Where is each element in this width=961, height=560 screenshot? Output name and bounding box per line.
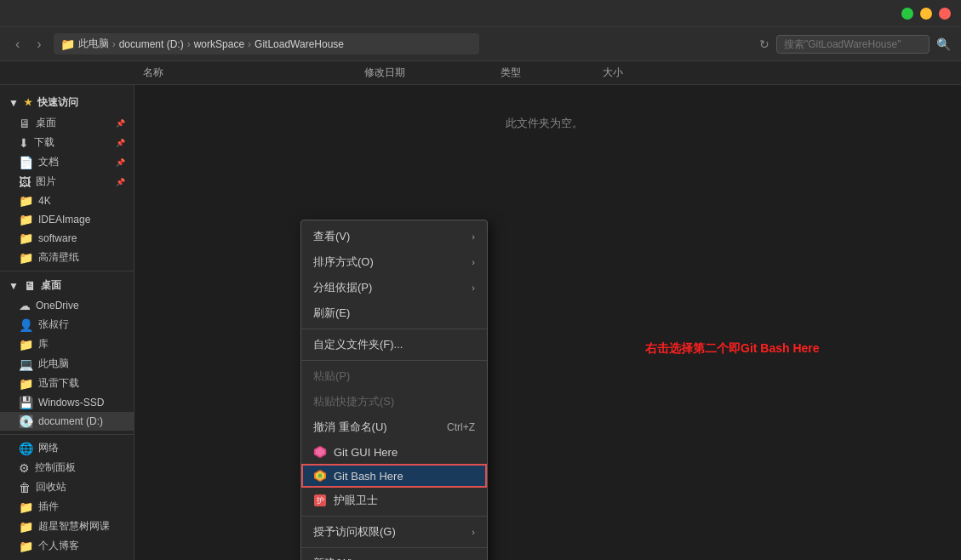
menu-divider-4 (301, 547, 487, 548)
menu-item-refresh[interactable]: 刷新(E) (301, 300, 487, 326)
sidebar-item-resume[interactable]: 📁 简历 (0, 556, 134, 560)
sidebar-item-wallpaper[interactable]: 📁 高清壁纸 (0, 248, 134, 267)
menu-item-view[interactable]: 查看(V) › (301, 224, 487, 249)
desktop-section-label: 桌面 (41, 278, 61, 293)
drive-icon: 💾 (19, 396, 33, 409)
user-icon: 👤 (19, 318, 33, 332)
menu-item-group[interactable]: 分组依据(P) › (301, 275, 487, 300)
svg-text:护: 护 (316, 496, 324, 505)
sidebar-item-software[interactable]: 📁 software (0, 229, 134, 248)
sidebar: ▼ ★ 快速访问 🖥 桌面 ⬇ 下载 📄 文档 🖼 图片 📁 4K 📁 IDEA… (0, 85, 134, 560)
close-button[interactable] (939, 8, 951, 20)
sidebar-item-label: 桌面 (36, 116, 56, 130)
minimize-button[interactable] (920, 8, 932, 20)
quick-access-header[interactable]: ▼ ★ 快速访问 (0, 92, 134, 113)
address-bar: ‹ › 📁 此电脑 › document (D:) › workSpace › … (0, 27, 961, 61)
menu-item-sort[interactable]: 排序方式(O) › (301, 249, 487, 275)
desktop-section-header[interactable]: ▼ 🖥 桌面 (0, 275, 134, 296)
menu-item-git-bash[interactable]: Git Bash Here (301, 464, 487, 488)
sidebar-item-label: Windows-SSD (38, 397, 104, 409)
breadcrumb[interactable]: 📁 此电脑 › document (D:) › workSpace › GitL… (54, 33, 479, 54)
sidebar-item-label: software (38, 232, 77, 244)
sidebar-item-label: 库 (38, 337, 49, 351)
sidebar-item-thunder[interactable]: 📁 迅雷下载 (0, 374, 134, 393)
menu-divider-1 (301, 329, 487, 329)
menu-item-undo[interactable]: 撤消 重命名(U) Ctrl+Z (301, 414, 487, 440)
sidebar-item-label: 4K (38, 195, 51, 207)
menu-item-git-gui[interactable]: Git GUI Here (301, 440, 487, 464)
sidebar-item-blog[interactable]: 📁 个人博客 (0, 536, 134, 556)
col-header-date[interactable]: 修改日期 (358, 61, 494, 84)
sidebar-item-4k[interactable]: 📁 4K (0, 191, 134, 210)
menu-item-grant-access[interactable]: 授予访问权限(G) › (301, 519, 487, 545)
sidebar-item-label: 文档 (38, 155, 59, 169)
sidebar-item-label: 网络 (38, 441, 59, 455)
folder-icon: 📁 (19, 251, 33, 265)
arrow-icon: › (472, 257, 475, 267)
sidebar-item-label: 回收站 (36, 480, 66, 494)
breadcrumb-item-4[interactable]: GitLoadWareHouse (255, 38, 344, 50)
breadcrumb-item-1[interactable]: 此电脑 (78, 37, 109, 51)
menu-item-new[interactable]: 新建(W) › (301, 551, 487, 560)
sidebar-item-windows-ssd[interactable]: 💾 Windows-SSD (0, 393, 134, 412)
sidebar-item-label: OneDrive (36, 300, 79, 311)
col-header-type[interactable]: 类型 (494, 61, 596, 84)
breadcrumb-item-3[interactable]: workSpace (194, 38, 244, 50)
sidebar-item-pictures[interactable]: 🖼 图片 (0, 172, 134, 191)
folder-icon: 📁 (19, 231, 33, 245)
sidebar-item-label: 高清壁纸 (38, 250, 79, 265)
content-area: 此文件夹为空。 查看(V) › 排序方式(O) › 分组依据(P) › 刷新(E… (134, 85, 961, 560)
sidebar-item-label: 张叔行 (38, 317, 69, 332)
sidebar-item-controlpanel[interactable]: ⚙ 控制面板 (0, 458, 134, 477)
folder-icon: 📁 (19, 500, 33, 514)
back-button[interactable]: ‹ (10, 35, 25, 54)
sidebar-item-library[interactable]: 📁 库 (0, 334, 134, 354)
sidebar-item-user[interactable]: 👤 张叔行 (0, 315, 134, 334)
star-icon: ★ (24, 97, 32, 108)
menu-divider-2 (301, 360, 487, 361)
desktop-section-icon: 🖥 (24, 279, 36, 293)
sidebar-item-label: 下载 (34, 135, 54, 150)
sidebar-item-onedrive[interactable]: ☁ OneDrive (0, 296, 134, 315)
breadcrumb-item-2[interactable]: document (D:) (119, 38, 184, 50)
menu-item-customize[interactable]: 自定义文件夹(F)... (301, 332, 487, 357)
search-input[interactable] (776, 35, 930, 54)
menu-item-label: 排序方式(O) (313, 254, 374, 270)
sidebar-item-ideaimage[interactable]: 📁 IDEAImage (0, 210, 134, 229)
sidebar-item-desktop[interactable]: 🖥 桌面 (0, 113, 134, 133)
forward-button[interactable]: › (31, 35, 46, 54)
menu-item-label: 授予访问权限(G) (313, 524, 396, 540)
annotation-text: 右击选择第二个即Git Bash Here (645, 341, 820, 357)
folder-icon: 📁 (19, 540, 33, 553)
desktop-icon: 🖥 (19, 117, 31, 130)
svg-point-4 (318, 474, 323, 478)
docs-icon: 📄 (19, 156, 33, 169)
search-icon[interactable]: 🔍 (936, 37, 951, 51)
sidebar-item-label: 迅雷下载 (38, 376, 79, 391)
git-gui-icon (313, 445, 327, 459)
sidebar-item-label: document (D:) (38, 415, 103, 427)
sidebar-item-network[interactable]: 🌐 网络 (0, 438, 134, 458)
sidebar-item-chaoxing[interactable]: 📁 超星智慧树网课 (0, 517, 134, 536)
quick-access-label: 快速访问 (37, 95, 78, 110)
menu-item-huyanjun[interactable]: 护 护眼卫士 (301, 488, 487, 513)
sidebar-item-recycle[interactable]: 🗑 回收站 (0, 477, 134, 497)
pictures-icon: 🖼 (19, 175, 31, 189)
col-header-name[interactable]: 名称 (136, 61, 358, 84)
shortcut-label: Ctrl+Z (447, 421, 475, 433)
sidebar-item-docs[interactable]: 📄 文档 (0, 152, 134, 172)
downloads-icon: ⬇ (19, 136, 29, 150)
drive-icon: 💽 (19, 414, 33, 428)
sidebar-item-downloads[interactable]: ⬇ 下载 (0, 133, 134, 152)
sidebar-item-mypc[interactable]: 💻 此电脑 (0, 354, 134, 374)
sidebar-item-document-d[interactable]: 💽 document (D:) (0, 412, 134, 431)
controlpanel-icon: ⚙ (19, 461, 30, 475)
menu-item-label: Git GUI Here (334, 446, 398, 459)
maximize-button[interactable] (901, 8, 913, 20)
main-layout: ▼ ★ 快速访问 🖥 桌面 ⬇ 下载 📄 文档 🖼 图片 📁 4K 📁 IDEA… (0, 85, 961, 560)
sidebar-item-plugin[interactable]: 📁 插件 (0, 497, 134, 517)
menu-divider-3 (301, 516, 487, 517)
chevron-down-icon: ▼ (9, 97, 19, 109)
col-header-size[interactable]: 大小 (596, 61, 681, 84)
refresh-button[interactable]: ↻ (759, 37, 769, 51)
